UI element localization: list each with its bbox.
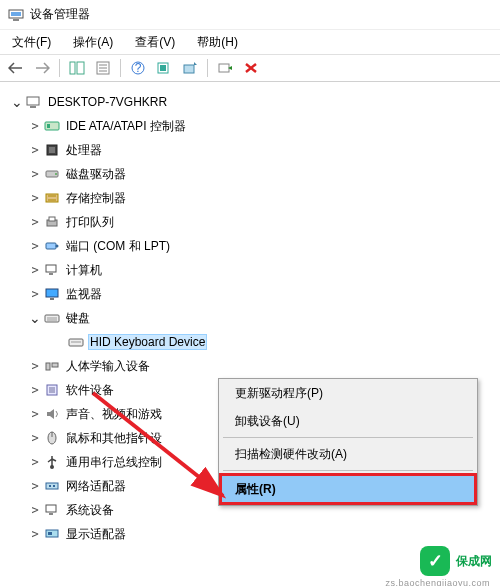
tree-root-label: DESKTOP-7VGHKRR xyxy=(46,94,169,110)
svg-rect-40 xyxy=(52,363,58,367)
update-driver-button[interactable] xyxy=(178,57,202,79)
watermark: ✓ 保成网 xyxy=(420,546,492,576)
svg-rect-50 xyxy=(49,513,53,515)
tree-item-storage[interactable]: 存储控制器 xyxy=(4,186,496,210)
svg-rect-49 xyxy=(46,505,56,512)
scan-button[interactable] xyxy=(152,57,176,79)
properties-button[interactable] xyxy=(91,57,115,79)
expand-icon[interactable] xyxy=(28,455,42,469)
ctx-scan[interactable]: 扫描检测硬件改动(A) xyxy=(219,440,477,468)
context-menu: 更新驱动程序(P) 卸载设备(U) 扫描检测硬件改动(A) 属性(R) xyxy=(218,378,478,506)
expand-icon[interactable] xyxy=(28,503,42,517)
menu-action[interactable]: 操作(A) xyxy=(67,32,119,53)
svg-rect-23 xyxy=(46,194,58,202)
tree-item-disk[interactable]: 磁盘驱动器 xyxy=(4,162,496,186)
expand-icon[interactable] xyxy=(28,359,42,373)
tree-label: 显示适配器 xyxy=(64,526,128,542)
ctx-update-driver[interactable]: 更新驱动程序(P) xyxy=(219,379,477,407)
svg-text:?: ? xyxy=(135,61,142,75)
tree-item-computer[interactable]: 计算机 xyxy=(4,258,496,282)
svg-rect-15 xyxy=(27,97,39,105)
mouse-icon xyxy=(44,430,60,446)
help-button[interactable]: ? xyxy=(126,57,150,79)
ctx-separator xyxy=(223,470,473,471)
expand-icon[interactable] xyxy=(28,287,42,301)
svg-rect-33 xyxy=(50,298,54,300)
expand-icon[interactable] xyxy=(10,95,24,109)
svg-rect-46 xyxy=(46,483,58,489)
menu-view[interactable]: 查看(V) xyxy=(129,32,181,53)
expand-icon[interactable] xyxy=(28,167,42,181)
network-icon xyxy=(44,478,60,494)
watermark-text: 保成网 xyxy=(456,553,492,570)
expand-icon[interactable] xyxy=(28,119,42,133)
system-icon xyxy=(44,502,60,518)
uninstall-button[interactable] xyxy=(239,57,263,79)
watermark-badge-icon: ✓ xyxy=(420,546,450,576)
svg-rect-18 xyxy=(47,124,50,128)
ctx-properties[interactable]: 属性(R) xyxy=(219,473,477,505)
svg-rect-47 xyxy=(49,485,51,487)
tree-item-display[interactable]: 显示适配器 xyxy=(4,522,496,546)
svg-rect-14 xyxy=(219,64,229,72)
toolbar-sep xyxy=(59,59,60,77)
tree-item-monitor[interactable]: 监视器 xyxy=(4,282,496,306)
forward-button[interactable] xyxy=(30,57,54,79)
cpu-icon xyxy=(44,142,60,158)
computer-icon xyxy=(26,94,42,110)
tree-item-ports[interactable]: 端口 (COM 和 LPT) xyxy=(4,234,496,258)
tree-item-cpu[interactable]: 处理器 xyxy=(4,138,496,162)
tree-label: 鼠标和其他指针设 xyxy=(64,430,164,446)
tree-root[interactable]: DESKTOP-7VGHKRR xyxy=(4,90,496,114)
menubar: 文件(F) 操作(A) 查看(V) 帮助(H) xyxy=(0,30,500,54)
show-hide-tree-button[interactable] xyxy=(65,57,89,79)
back-button[interactable] xyxy=(4,57,28,79)
svg-point-45 xyxy=(50,465,54,469)
expand-icon[interactable] xyxy=(28,143,42,157)
ctx-label: 卸载设备(U) xyxy=(235,413,300,430)
tree-item-hid[interactable]: 人体学输入设备 xyxy=(4,354,496,378)
expand-icon[interactable] xyxy=(28,215,42,229)
tree-item-printqueue[interactable]: 打印队列 xyxy=(4,210,496,234)
expand-icon[interactable] xyxy=(28,407,42,421)
menu-help[interactable]: 帮助(H) xyxy=(191,32,244,53)
tree-label: 键盘 xyxy=(64,310,92,326)
tree-label: 软件设备 xyxy=(64,382,116,398)
device-manager-icon xyxy=(8,7,24,23)
disk-icon xyxy=(44,166,60,182)
expand-icon[interactable] xyxy=(28,311,42,325)
ctx-label: 更新驱动程序(P) xyxy=(235,385,323,402)
expand-icon[interactable] xyxy=(28,263,42,277)
expand-icon[interactable] xyxy=(28,527,42,541)
tree-item-hid-keyboard[interactable]: HID Keyboard Device xyxy=(4,330,496,354)
keyboard-icon xyxy=(44,310,60,326)
menu-file[interactable]: 文件(F) xyxy=(6,32,57,53)
storage-controller-icon xyxy=(44,190,60,206)
expand-icon[interactable] xyxy=(28,383,42,397)
expand-icon[interactable] xyxy=(28,431,42,445)
tree-label: IDE ATA/ATAPI 控制器 xyxy=(64,118,188,134)
expand-icon[interactable] xyxy=(28,239,42,253)
ctx-label: 扫描检测硬件改动(A) xyxy=(235,446,347,463)
tree-label: 网络适配器 xyxy=(64,478,128,494)
monitor-icon xyxy=(44,286,60,302)
sound-icon xyxy=(44,406,60,422)
tree-label: 计算机 xyxy=(64,262,104,278)
tree-item-keyboard[interactable]: 键盘 xyxy=(4,306,496,330)
toolbar-sep xyxy=(120,59,121,77)
svg-rect-3 xyxy=(70,62,75,74)
ctx-label: 属性(R) xyxy=(235,481,276,498)
ctx-separator xyxy=(223,437,473,438)
expand-icon[interactable] xyxy=(28,479,42,493)
expand-icon[interactable] xyxy=(28,191,42,205)
ctx-uninstall[interactable]: 卸载设备(U) xyxy=(219,407,477,435)
tree-label: 人体学输入设备 xyxy=(64,358,152,374)
tree-item-ide[interactable]: IDE ATA/ATAPI 控制器 xyxy=(4,114,496,138)
svg-point-29 xyxy=(56,245,59,248)
hid-icon xyxy=(44,358,60,374)
spacer xyxy=(52,335,66,349)
svg-rect-20 xyxy=(49,147,55,153)
enable-button[interactable] xyxy=(213,57,237,79)
svg-point-22 xyxy=(55,173,57,175)
printer-icon xyxy=(44,214,60,230)
